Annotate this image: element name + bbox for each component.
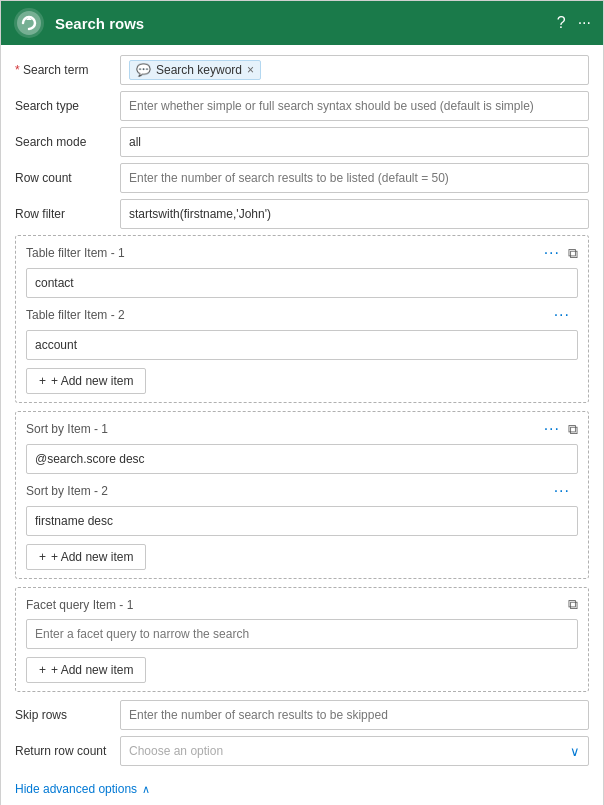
chevron-down-icon: ∨ xyxy=(570,744,580,759)
row-filter-label: Row filter xyxy=(15,207,120,221)
facet-query-copy-1[interactable]: ⧉ xyxy=(568,596,578,613)
facet-query-add-button[interactable]: + + Add new item xyxy=(26,657,146,683)
search-term-row: Search term 💬 Search keyword × xyxy=(15,55,589,85)
skip-rows-input[interactable] xyxy=(120,700,589,730)
return-row-count-select[interactable]: Choose an option ∨ xyxy=(120,736,589,766)
sort-by-label-2: Sort by Item - 2 xyxy=(26,484,554,498)
table-filter-input-2[interactable] xyxy=(26,330,578,360)
page-title: Search rows xyxy=(55,15,557,32)
skip-rows-label: Skip rows xyxy=(15,708,120,722)
chevron-up-icon: ∧ xyxy=(142,783,150,796)
search-rows-card: Search rows ? ··· Search term 💬 Search k… xyxy=(0,0,604,805)
select-placeholder: Choose an option xyxy=(129,744,223,758)
table-filter-dots-2[interactable]: ··· xyxy=(554,306,570,324)
row-count-label: Row count xyxy=(15,171,120,185)
table-filter-item-2-header: Table filter Item - 2 ··· xyxy=(26,306,578,324)
sort-by-input-2[interactable] xyxy=(26,506,578,536)
app-logo xyxy=(13,7,45,39)
card-body: Search term 💬 Search keyword × Search ty… xyxy=(1,45,603,805)
sort-by-section: Sort by Item - 1 ··· ⧉ Sort by Item - 2 … xyxy=(15,411,589,579)
search-mode-input[interactable] xyxy=(120,127,589,157)
facet-add-label: + Add new item xyxy=(51,663,133,677)
facet-query-label-1: Facet query Item - 1 xyxy=(26,598,568,612)
header-actions: ? ··· xyxy=(557,14,591,32)
add-label: + Add new item xyxy=(51,374,133,388)
search-type-row: Search type xyxy=(15,91,589,121)
tag-icon: 💬 xyxy=(136,63,151,77)
help-icon[interactable]: ? xyxy=(557,14,566,32)
search-term-label: Search term xyxy=(15,63,120,77)
search-type-label: Search type xyxy=(15,99,120,113)
table-filter-dots-1[interactable]: ··· xyxy=(544,244,560,262)
search-term-input[interactable]: 💬 Search keyword × xyxy=(120,55,589,85)
search-keyword-tag: 💬 Search keyword × xyxy=(129,60,261,80)
search-mode-label: Search mode xyxy=(15,135,120,149)
facet-query-section: Facet query Item - 1 ⧉ + + Add new item xyxy=(15,587,589,692)
table-filter-input-1[interactable] xyxy=(26,268,578,298)
more-icon[interactable]: ··· xyxy=(578,14,591,32)
hide-advanced-button[interactable]: Hide advanced options ∧ xyxy=(15,782,150,796)
table-filter-label-1: Table filter Item - 1 xyxy=(26,246,544,260)
tag-text: Search keyword xyxy=(156,63,242,77)
sort-add-plus-icon: + xyxy=(39,550,46,564)
row-filter-input[interactable] xyxy=(120,199,589,229)
sort-by-copy-1[interactable]: ⧉ xyxy=(568,421,578,438)
table-filter-add-button[interactable]: + + Add new item xyxy=(26,368,146,394)
table-filter-copy-1[interactable]: ⧉ xyxy=(568,245,578,262)
row-count-row: Row count xyxy=(15,163,589,193)
skip-rows-row: Skip rows xyxy=(15,700,589,730)
row-count-input[interactable] xyxy=(120,163,589,193)
table-filter-item-1-header: Table filter Item - 1 ··· ⧉ xyxy=(26,244,578,262)
sort-by-item-1-header: Sort by Item - 1 ··· ⧉ xyxy=(26,420,578,438)
sort-by-input-1[interactable] xyxy=(26,444,578,474)
sort-add-label: + Add new item xyxy=(51,550,133,564)
table-filter-section: Table filter Item - 1 ··· ⧉ Table filter… xyxy=(15,235,589,403)
sort-by-label-1: Sort by Item - 1 xyxy=(26,422,544,436)
search-type-input[interactable] xyxy=(120,91,589,121)
search-mode-row: Search mode xyxy=(15,127,589,157)
tag-close-button[interactable]: × xyxy=(247,63,254,77)
table-filter-label-2: Table filter Item - 2 xyxy=(26,308,554,322)
row-filter-row: Row filter xyxy=(15,199,589,229)
return-row-count-label: Return row count xyxy=(15,744,120,758)
hide-advanced-label: Hide advanced options xyxy=(15,782,137,796)
sort-by-dots-1[interactable]: ··· xyxy=(544,420,560,438)
facet-add-plus-icon: + xyxy=(39,663,46,677)
add-plus-icon: + xyxy=(39,374,46,388)
card-header: Search rows ? ··· xyxy=(1,1,603,45)
facet-query-item-1-header: Facet query Item - 1 ⧉ xyxy=(26,596,578,613)
facet-query-input-1[interactable] xyxy=(26,619,578,649)
sort-by-item-2-header: Sort by Item - 2 ··· xyxy=(26,482,578,500)
return-row-count-row: Return row count Choose an option ∨ xyxy=(15,736,589,766)
sort-by-add-button[interactable]: + + Add new item xyxy=(26,544,146,570)
sort-by-dots-2[interactable]: ··· xyxy=(554,482,570,500)
